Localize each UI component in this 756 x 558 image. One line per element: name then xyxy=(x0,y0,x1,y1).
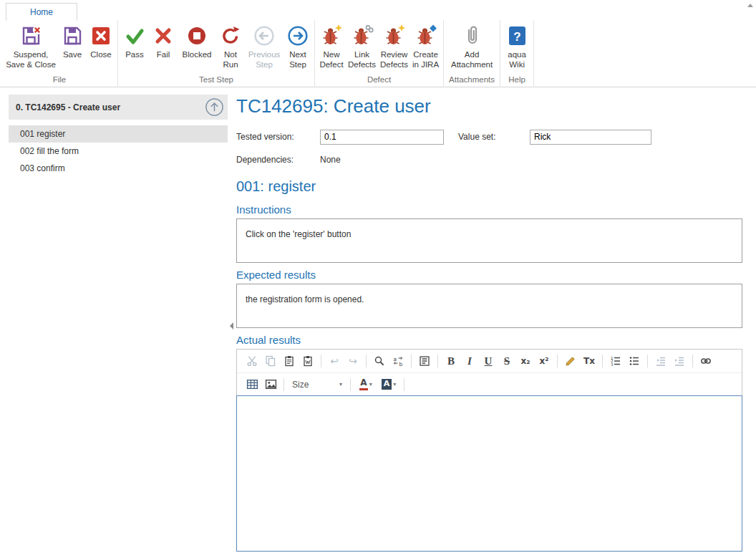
instructions-box: Click on the 'register' button xyxy=(236,218,742,263)
button-label: Add Attachment xyxy=(451,49,493,69)
aqua-wiki-button[interactable]: ? aqua Wiki xyxy=(503,21,531,71)
new-defect-button[interactable]: New Defect xyxy=(317,21,346,71)
suspend-save-close-button[interactable]: Suspend, Save & Close xyxy=(4,21,58,71)
actual-results-input[interactable] xyxy=(236,395,742,552)
main-content: TC142695: Create user Tested version: Va… xyxy=(236,95,756,558)
step-list: 001 register 002 fill the form 003 confi… xyxy=(9,120,228,177)
expected-results-box: the registration form is opened. xyxy=(236,284,742,328)
new-defect-bug-icon xyxy=(320,24,343,47)
background-color-button[interactable]: A ▾ xyxy=(377,376,400,393)
decrease-indent-button[interactable] xyxy=(651,352,670,370)
svg-text:b: b xyxy=(399,361,403,367)
insert-table-button[interactable] xyxy=(243,376,261,393)
svg-text:?: ? xyxy=(513,30,520,44)
bold-button[interactable]: B xyxy=(442,352,460,370)
toolbar-separator xyxy=(321,355,321,367)
tested-version-input[interactable] xyxy=(320,130,444,145)
text-color-button[interactable]: A ▾ xyxy=(354,376,377,393)
save-button[interactable]: Save xyxy=(58,21,87,61)
cut-icon[interactable] xyxy=(243,352,261,370)
value-set-input[interactable] xyxy=(530,130,651,145)
group-label-attachments: Attachments xyxy=(446,74,498,87)
background-color-a-icon: A xyxy=(382,379,392,389)
ribbon: Home Suspend, Save & Close Save xyxy=(0,0,756,87)
toolbar-separator xyxy=(284,378,284,391)
review-defects-button[interactable]: Review Defects xyxy=(378,21,410,71)
button-label: New Defect xyxy=(319,49,343,69)
save-suspend-icon xyxy=(19,24,42,47)
undo-icon[interactable]: ↩ xyxy=(325,352,344,370)
create-in-jira-button[interactable]: Create in JIRA xyxy=(410,21,441,71)
button-label: Pass xyxy=(125,49,144,59)
next-step-button[interactable]: Next Step xyxy=(284,21,312,71)
dependencies-value: None xyxy=(320,155,341,165)
editor-toolbar-row1: ↩ ↪ a b B xyxy=(237,350,742,372)
step-heading: 001: register xyxy=(236,178,742,195)
button-label: Fail xyxy=(157,49,170,59)
button-label: Review Defects xyxy=(380,49,408,69)
instructions-text: Click on the 'register' button xyxy=(246,229,351,239)
blocked-icon xyxy=(185,24,208,47)
paste-icon[interactable] xyxy=(280,352,299,370)
link-defects-button[interactable]: Link Defects xyxy=(346,21,378,71)
svg-text:a: a xyxy=(394,356,397,362)
editor-toolbar-row2: Size ▾ A ▾ A ▾ xyxy=(237,372,742,395)
underline-button[interactable]: U xyxy=(479,352,498,370)
italic-button[interactable]: I xyxy=(460,352,479,370)
value-set-label: Value set: xyxy=(458,132,530,142)
replace-icon[interactable]: a b xyxy=(389,352,407,370)
blocked-button[interactable]: Blocked xyxy=(178,21,216,61)
toolbar-separator xyxy=(366,355,367,367)
not-run-button[interactable]: Not Run xyxy=(216,21,245,71)
steps-panel-header: 0. TC142695 - Create user xyxy=(9,95,228,120)
content-area: 0. TC142695 - Create user 001 register 0… xyxy=(0,87,756,558)
pass-check-icon xyxy=(123,24,146,47)
svg-text:3: 3 xyxy=(611,362,614,367)
save-icon xyxy=(61,24,84,47)
button-label: Link Defects xyxy=(348,49,376,69)
instructions-heading: Instructions xyxy=(236,203,742,216)
fail-button[interactable]: Fail xyxy=(149,21,178,61)
paste-from-word-icon[interactable] xyxy=(299,352,317,370)
step-list-item-001[interactable]: 001 register xyxy=(9,125,228,143)
scrollbar-up-icon[interactable] xyxy=(747,4,753,7)
add-attachment-button[interactable]: Add Attachment xyxy=(446,21,498,71)
ribbon-group-defect: New Defect Link Defects Review Defects xyxy=(315,20,444,87)
insert-image-button[interactable] xyxy=(261,376,280,393)
chevron-down-icon: ▾ xyxy=(369,382,372,388)
step-list-item-003[interactable]: 003 confirm xyxy=(9,160,228,177)
button-label: Suspend, Save & Close xyxy=(6,49,56,69)
actual-results-heading: Actual results xyxy=(236,334,742,347)
toolbar-separator xyxy=(404,378,404,391)
chevron-down-icon: ▾ xyxy=(393,382,396,388)
previous-step-button[interactable]: Previous Step xyxy=(245,21,284,71)
toolbar-separator xyxy=(350,378,351,391)
test-case-header-label: 0. TC142695 - Create user xyxy=(16,102,120,112)
tab-home[interactable]: Home xyxy=(6,3,77,21)
splitter-collapse-icon[interactable] xyxy=(230,322,233,329)
select-all-icon[interactable] xyxy=(415,352,434,370)
fail-x-icon xyxy=(152,24,175,47)
step-list-item-002[interactable]: 002 fill the form xyxy=(9,143,228,160)
rich-text-editor: ↩ ↪ a b B xyxy=(236,349,742,395)
subscript-button[interactable]: x₂ xyxy=(516,352,535,370)
bullet-list-button[interactable] xyxy=(625,352,644,370)
strikethrough-button[interactable]: S xyxy=(498,352,516,370)
help-book-icon: ? xyxy=(505,24,528,47)
link-button[interactable] xyxy=(697,352,715,370)
increase-indent-button[interactable] xyxy=(670,352,689,370)
superscript-button[interactable]: x² xyxy=(535,352,553,370)
pass-button[interactable]: Pass xyxy=(120,21,149,61)
collapse-panel-button[interactable] xyxy=(204,97,224,117)
remove-format-button[interactable]: Tx xyxy=(580,352,598,370)
font-size-dropdown[interactable]: Size ▾ xyxy=(288,377,346,393)
close-button[interactable]: Close xyxy=(87,21,115,61)
numbered-list-button[interactable]: 1 2 3 xyxy=(606,352,625,370)
copy-icon[interactable] xyxy=(261,352,280,370)
find-icon[interactable] xyxy=(370,352,389,370)
next-step-icon xyxy=(286,24,309,47)
redo-icon[interactable]: ↪ xyxy=(344,352,362,370)
expected-results-text: the registration form is opened. xyxy=(246,294,364,304)
font-size-value: Size xyxy=(292,380,309,390)
format-painter-button[interactable] xyxy=(561,352,580,370)
